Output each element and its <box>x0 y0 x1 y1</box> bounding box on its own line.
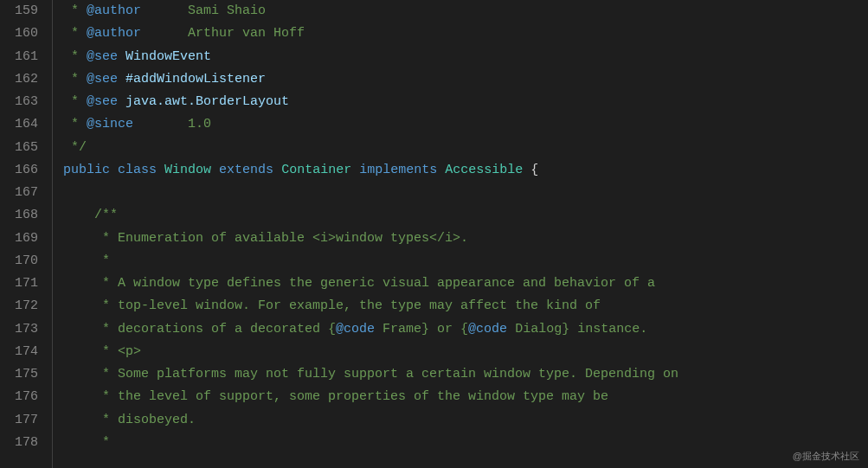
token-punc: { <box>523 163 538 177</box>
line-number: 165 <box>0 137 38 159</box>
token-tag: @author <box>87 26 141 41</box>
code-line[interactable]: * decorations of a decorated {@code Fram… <box>63 318 868 341</box>
line-number: 161 <box>0 46 38 68</box>
token-tag: @since <box>87 117 133 131</box>
token-asterisk: * <box>63 3 87 18</box>
line-number: 171 <box>0 272 38 295</box>
token-punc <box>437 163 445 177</box>
token-tag: @see <box>87 49 118 64</box>
token-punc <box>351 163 359 177</box>
token-asterisk: * <box>63 72 87 87</box>
code-line[interactable]: * @author Arthur van Hoff <box>63 22 868 45</box>
token-javadoc: Arthur van Hoff <box>141 26 305 41</box>
token-punc <box>110 163 118 177</box>
token-tagval: java.awt.BorderLayout <box>125 94 289 109</box>
token-tag: @author <box>87 3 141 18</box>
code-line[interactable] <box>63 182 868 204</box>
line-number: 173 <box>0 318 38 341</box>
code-line[interactable]: * <box>63 250 868 272</box>
line-number: 174 <box>0 341 38 363</box>
token-kw: implements <box>359 163 437 177</box>
token-asterisk: * <box>63 253 110 268</box>
token-javadoc: Sami Shaio <box>141 3 266 18</box>
token-asterisk: * <box>63 367 118 381</box>
token-javadoc: decorations of a decorated { <box>118 322 336 337</box>
token-javadoc: <p> <box>118 344 141 359</box>
token-punc <box>273 163 281 177</box>
token-atcode: @code <box>468 322 507 337</box>
code-line[interactable]: /** <box>63 204 868 227</box>
token-punc <box>63 185 71 200</box>
code-area[interactable]: * @author Sami Shaio * @author Arthur va… <box>52 0 868 468</box>
token-javadoc: 1.0 <box>133 117 211 131</box>
token-asterisk: * <box>63 389 118 404</box>
token-javadoc: Frame} or { <box>375 322 468 337</box>
token-asterisk: /** <box>63 208 118 222</box>
token-atcode: @code <box>336 322 375 337</box>
line-number: 175 <box>0 363 38 386</box>
code-line[interactable]: * <p> <box>63 341 868 363</box>
code-line[interactable]: * @author Sami Shaio <box>63 0 868 22</box>
code-line[interactable]: * Some platforms may not fully support a… <box>63 363 868 386</box>
token-punc <box>157 163 164 177</box>
line-number: 172 <box>0 295 38 317</box>
token-javadoc: the level of support, some properties of… <box>118 389 608 404</box>
token-punc <box>211 163 219 177</box>
token-asterisk: * <box>63 276 118 291</box>
token-kw: public <box>63 163 110 177</box>
token-tag: @see <box>87 94 118 109</box>
token-javadoc: Dialog} instance. <box>507 322 647 337</box>
line-number: 163 <box>0 91 38 113</box>
token-javadoc: top-level window. For example, the type … <box>118 298 601 313</box>
code-line[interactable]: * disobeyed. <box>63 409 868 432</box>
token-asterisk: * <box>63 344 118 359</box>
token-asterisk: * <box>63 26 87 41</box>
code-line[interactable]: * @see WindowEvent <box>63 46 868 68</box>
line-number: 169 <box>0 228 38 250</box>
code-line[interactable]: * Enumeration of available <i>window typ… <box>63 228 868 250</box>
line-number: 170 <box>0 250 38 272</box>
code-editor[interactable]: 1591601611621631641651661671681691701711… <box>0 0 868 468</box>
token-type: Accessible <box>445 163 523 177</box>
line-number: 178 <box>0 432 38 454</box>
token-asterisk: * <box>63 117 87 131</box>
line-number: 162 <box>0 68 38 91</box>
token-javadoc: A window type defines the generic visual… <box>118 276 655 291</box>
token-type: Window <box>164 163 211 177</box>
token-asterisk: * <box>63 322 118 337</box>
code-line[interactable]: * @since 1.0 <box>63 113 868 136</box>
token-javadoc: Enumeration of available <i>window types… <box>118 231 468 246</box>
token-tagval: WindowEvent <box>125 49 211 64</box>
line-number: 160 <box>0 22 38 45</box>
token-tag: @see <box>87 72 118 87</box>
code-line[interactable]: */ <box>63 137 868 159</box>
code-line[interactable]: * <box>63 432 868 454</box>
code-line[interactable]: * A window type defines the generic visu… <box>63 272 868 295</box>
code-line[interactable]: public class Window extends Container im… <box>63 159 868 182</box>
line-number: 177 <box>0 409 38 432</box>
token-javadoc <box>118 49 125 64</box>
token-tagval: #addWindowListener <box>125 72 266 87</box>
token-asterisk: * <box>63 435 110 450</box>
token-javadoc <box>118 94 125 109</box>
token-javadoc: disobeyed. <box>118 413 196 427</box>
token-asterisk: * <box>63 49 87 64</box>
line-number: 159 <box>0 0 38 22</box>
line-number: 176 <box>0 386 38 408</box>
token-kw: class <box>118 163 157 177</box>
line-number: 168 <box>0 204 38 227</box>
token-asterisk: */ <box>63 140 87 155</box>
token-asterisk: * <box>63 413 118 427</box>
token-kw: extends <box>219 163 273 177</box>
code-line[interactable]: * @see #addWindowListener <box>63 68 868 91</box>
code-line[interactable]: * the level of support, some properties … <box>63 386 868 408</box>
token-javadoc: Some platforms may not fully support a c… <box>118 367 678 381</box>
token-asterisk: * <box>63 231 118 246</box>
line-number: 167 <box>0 182 38 204</box>
token-asterisk: * <box>63 94 87 109</box>
code-line[interactable]: * top-level window. For example, the typ… <box>63 295 868 317</box>
token-javadoc <box>118 72 125 87</box>
token-asterisk: * <box>63 298 118 313</box>
code-line[interactable]: * @see java.awt.BorderLayout <box>63 91 868 113</box>
line-number: 166 <box>0 159 38 182</box>
